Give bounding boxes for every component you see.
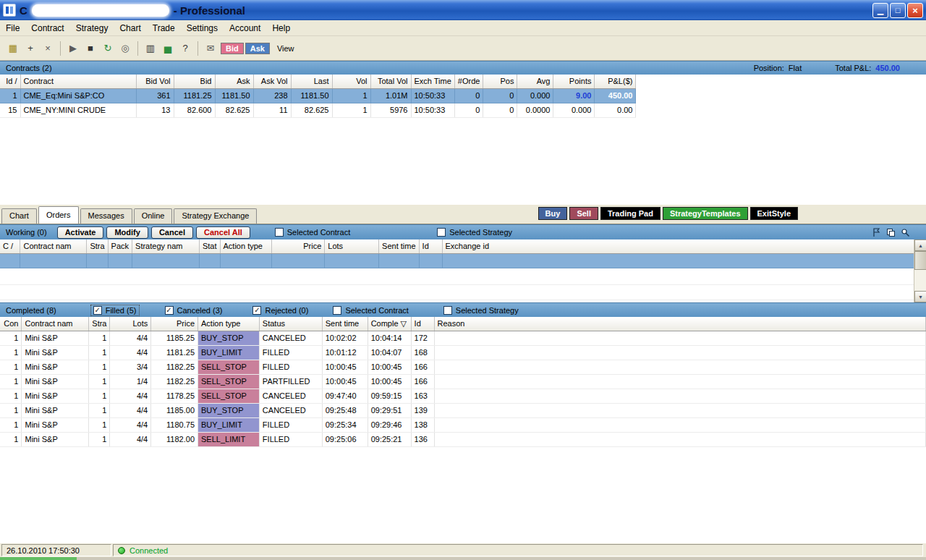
column-header[interactable]: Action type <box>220 239 272 253</box>
column-header[interactable]: Lots <box>110 317 151 331</box>
table-row[interactable]: 1Mini S&P14/41181.25BUY_LIMITFILLED10:01… <box>0 345 926 360</box>
tab-orders[interactable]: Orders <box>38 206 79 224</box>
tab-messages[interactable]: Messages <box>80 208 132 224</box>
stop-icon[interactable]: ■ <box>82 41 98 56</box>
menu-strategy[interactable]: Strategy <box>70 21 114 35</box>
pushpin-icon[interactable] <box>901 228 910 237</box>
delete-icon[interactable]: × <box>40 41 56 56</box>
column-header[interactable]: Exch Time <box>411 75 454 88</box>
menu-chart[interactable]: Chart <box>114 21 146 35</box>
column-header[interactable]: P&L($) <box>595 75 636 88</box>
canceled-checkbox[interactable]: ✓ <box>165 306 174 315</box>
column-header[interactable]: Bid <box>174 75 215 88</box>
column-header[interactable]: Contract nam <box>20 239 87 253</box>
column-header[interactable]: Stat <box>199 239 220 253</box>
clock-icon[interactable]: ◎ <box>117 41 133 56</box>
column-header[interactable]: Id <box>411 317 434 331</box>
help-icon[interactable]: ? <box>177 41 193 56</box>
column-header[interactable]: Avg <box>517 75 553 88</box>
column-header[interactable]: Id <box>419 239 442 253</box>
column-header[interactable]: Exchange id <box>442 239 925 253</box>
table-row[interactable]: 15CME_NY:MINI CRUDE1382.60082.6251182.62… <box>0 103 636 117</box>
column-header[interactable]: Con <box>0 317 22 331</box>
menu-contract[interactable]: Contract <box>25 21 69 35</box>
menu-settings[interactable]: Settings <box>181 21 224 35</box>
column-header[interactable]: Pos <box>483 75 517 88</box>
column-header[interactable]: Total Vol <box>370 75 411 88</box>
scroll-down-icon[interactable]: ▼ <box>914 291 926 302</box>
play-icon[interactable]: ▶ <box>65 41 81 56</box>
table-row[interactable]: 1Mini S&P14/41180.75BUY_LIMITFILLED09:25… <box>0 417 926 432</box>
scroll-up-icon[interactable]: ▲ <box>914 239 926 251</box>
column-header[interactable]: #Orde <box>454 75 483 88</box>
column-header[interactable]: Ask Vol <box>253 75 291 88</box>
minimize-button[interactable]: ▁ <box>872 3 888 18</box>
menu-help[interactable]: Help <box>266 21 296 35</box>
modify-button[interactable]: Modify <box>106 226 148 239</box>
selected-strategy-checkbox[interactable] <box>443 306 452 315</box>
column-header[interactable]: Stra <box>89 317 110 331</box>
column-header[interactable]: Vol <box>332 75 370 88</box>
column-header[interactable]: Contract <box>20 75 136 88</box>
message-icon[interactable]: ✉ <box>203 41 218 56</box>
sell-button[interactable]: Sell <box>569 207 598 220</box>
exit-style-button[interactable]: ExitStyle <box>750 207 798 220</box>
selected-contract-checkbox[interactable] <box>333 306 341 315</box>
tab-chart[interactable]: Chart <box>1 208 37 224</box>
bid-toggle-button[interactable]: Bid <box>221 43 244 54</box>
scrollbar-thumb[interactable] <box>914 251 926 270</box>
column-header[interactable]: Id / <box>0 75 20 88</box>
table-row[interactable] <box>0 253 926 268</box>
column-header[interactable]: Contract nam <box>22 317 89 331</box>
column-header[interactable]: Sent time <box>322 317 368 331</box>
selected-strategy-checkbox[interactable] <box>437 228 446 237</box>
column-header[interactable]: Action type <box>198 317 260 331</box>
column-header[interactable]: Lots <box>325 239 379 253</box>
table-row[interactable]: 1Mini S&P11/41182.25SELL_STOPPARTFILLED1… <box>0 374 926 389</box>
column-header[interactable]: C / <box>0 239 20 253</box>
column-header[interactable]: Comple ▽ <box>368 317 411 331</box>
column-header[interactable]: Pack <box>108 239 132 253</box>
ask-toggle-button[interactable]: Ask <box>245 43 270 54</box>
tab-strategy-exchange[interactable]: Strategy Exchange <box>174 208 257 224</box>
tab-online[interactable]: Online <box>134 208 173 224</box>
copy-icon[interactable] <box>886 228 896 237</box>
column-header[interactable]: Bid Vol <box>136 75 174 88</box>
maximize-button[interactable]: □ <box>890 3 906 18</box>
table-row[interactable]: 1Mini S&P14/41185.25BUY_STOPCANCELED10:0… <box>0 331 926 345</box>
add-icon[interactable]: + <box>22 41 38 56</box>
column-header[interactable]: Points <box>553 75 595 88</box>
activate-button[interactable]: Activate <box>57 226 104 239</box>
close-button[interactable]: × <box>907 3 923 18</box>
column-header[interactable]: Price <box>272 239 325 253</box>
rejected-checkbox[interactable]: ✓ <box>252 306 261 315</box>
layout-icon[interactable]: ▥ <box>143 41 158 56</box>
menu-file[interactable]: File <box>0 21 25 35</box>
new-strategy-icon[interactable]: ▦ <box>5 41 21 56</box>
view-menu[interactable]: View <box>277 44 294 53</box>
column-header[interactable]: Strategy nam <box>132 239 200 253</box>
flag-icon[interactable] <box>872 228 881 237</box>
refresh-icon[interactable]: ↻ <box>100 41 116 56</box>
trading-pad-button[interactable]: Trading Pad <box>600 207 660 220</box>
table-row[interactable]: 1Mini S&P14/41178.25SELL_STOPCANCELED09:… <box>0 389 926 403</box>
filled-checkbox[interactable]: ✓ <box>93 306 102 315</box>
cancel-button[interactable]: Cancel <box>151 226 193 239</box>
cancel-all-button[interactable]: Cancel All <box>196 226 250 239</box>
column-header[interactable]: Ask <box>215 75 253 88</box>
menu-trade[interactable]: Trade <box>147 21 181 35</box>
column-header[interactable]: Last <box>291 75 332 88</box>
selected-contract-checkbox[interactable] <box>275 228 284 237</box>
table-row[interactable]: 1CME_Eq:Mini S&P:CO3611181.251181.502381… <box>0 88 636 103</box>
column-header[interactable]: Reason <box>434 317 925 331</box>
buy-button[interactable]: Buy <box>538 207 568 220</box>
column-header[interactable]: Stra <box>87 239 108 253</box>
strategy-templates-button[interactable]: StrategyTemplates <box>663 207 748 220</box>
column-header[interactable]: Price <box>151 317 198 331</box>
working-scrollbar[interactable]: ▲ ▼ <box>914 239 926 302</box>
column-header[interactable]: Status <box>259 317 322 331</box>
table-row[interactable]: 1Mini S&P14/41182.00SELL_LIMITFILLED09:2… <box>0 432 926 446</box>
table-row[interactable]: 1Mini S&P14/41185.00BUY_STOPCANCELED09:2… <box>0 403 926 417</box>
menu-account[interactable]: Account <box>224 21 266 35</box>
table-row[interactable]: 1Mini S&P13/41182.25SELL_STOPFILLED10:00… <box>0 360 926 374</box>
